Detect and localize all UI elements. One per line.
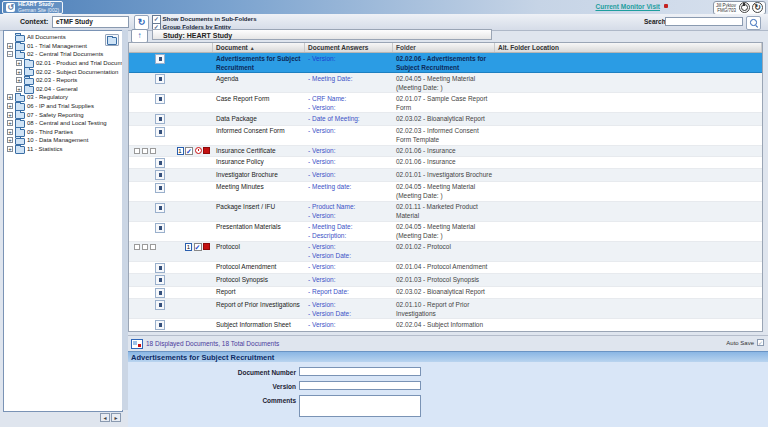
context-selector[interactable]: eTMF Study [52, 16, 129, 28]
row-action-icon[interactable] [155, 183, 165, 193]
answer-link[interactable]: - Version: [308, 275, 393, 284]
tree-item-02-04-general[interactable]: +02.04 - General [4, 85, 122, 94]
refresh-session-button[interactable]: ↻ [752, 2, 763, 13]
logout-button[interactable] [739, 2, 750, 13]
row-action-icon[interactable] [155, 288, 165, 298]
row-action-icon[interactable] [155, 170, 165, 180]
answer-link[interactable]: - Meeting Date: [308, 222, 393, 231]
answer-link[interactable]: - Date of Meeting: [308, 114, 393, 123]
row-action-icon[interactable] [155, 158, 165, 168]
tree-expand-icon[interactable]: + [7, 137, 13, 143]
answer-link[interactable]: - Version: [308, 126, 393, 135]
table-row-report[interactable]: Report- Report Date:02.03.02 - Bioanalyt… [129, 287, 762, 300]
row-expand-box-icon[interactable] [134, 148, 140, 154]
answer-link[interactable]: - Product Name: [308, 202, 393, 211]
tree-item-01-trial-management[interactable]: +01 - Trial Management [4, 42, 122, 51]
search-button[interactable] [746, 16, 761, 30]
refresh-view-button[interactable]: ↻ [134, 15, 149, 30]
table-row-presentation-materials[interactable]: Presentation Materials- Meeting Date:- D… [129, 222, 762, 242]
row-action-icon[interactable] [155, 320, 165, 330]
table-row-package-insert-ifu[interactable]: Package Insert / IFU- Product Name:- Ver… [129, 202, 762, 222]
tree-expand-icon[interactable]: + [16, 86, 22, 92]
answer-link[interactable]: - Report Date: [308, 287, 393, 296]
table-row-agenda[interactable]: Agenda- Meeting Date:02.04.05 - Meeting … [129, 73, 762, 93]
table-row-protocol-synopsis[interactable]: Protocol Synopsis- Version:02.01.03 - Pr… [129, 274, 762, 287]
tree-item-02-01-product-and-trial-documentation[interactable]: +02.01 - Product and Trial Documentation [4, 59, 122, 68]
tree-expand-icon[interactable]: + [16, 60, 22, 66]
answer-link[interactable]: - Version: [308, 320, 393, 329]
auto-save-checkbox[interactable]: ✓ [757, 339, 764, 346]
answer-link[interactable]: - Version: [308, 157, 393, 166]
table-row-data-package[interactable]: Data Package- Date of Meeting:02.03.02 -… [129, 113, 762, 126]
tree-item-10-data-management[interactable]: +10 - Data Management [4, 136, 122, 145]
answer-link[interactable]: - Version: [308, 54, 393, 63]
current-monitor-visit-link[interactable]: Current Monitor Visit [595, 3, 660, 10]
tree-expand-icon[interactable]: + [7, 146, 13, 152]
tree-item-11-statistics[interactable]: +11 - Statistics [4, 145, 122, 154]
answer-link[interactable]: - Version Date: [308, 251, 393, 260]
table-row-report-of-prior-investigations[interactable]: Report of Prior Investigations- Version:… [129, 299, 762, 319]
row-action-icon[interactable] [155, 275, 165, 285]
row-action-icon[interactable] [155, 114, 165, 124]
tree-item-06-ip-and-trial-supplies[interactable]: +06 - IP and Trial Supplies [4, 102, 122, 111]
table-row-protocol-amendment[interactable]: Protocol Amendment- Version:02.01.04 - P… [129, 262, 762, 275]
table-row-protocol[interactable]: 1✓Protocol- Version:- Version Date:02.01… [129, 242, 762, 262]
tree-item-02-central-trial-documents[interactable]: −02 - Central Trial Documents [4, 50, 122, 59]
row-action-icon[interactable] [155, 54, 165, 64]
answer-link[interactable]: - Version Date: [308, 309, 393, 318]
answer-link[interactable]: - Version: [308, 146, 393, 155]
answer-link[interactable]: - Meeting date: [308, 182, 393, 191]
answer-link[interactable]: - Version: [308, 170, 393, 179]
answer-link[interactable]: - Meeting Date: [308, 74, 393, 83]
row-action-icon[interactable] [155, 300, 165, 310]
alt-folder-column-header[interactable]: Alt. Folder Location [495, 43, 762, 52]
table-row-subject-information-sheet[interactable]: Subject Information Sheet- Version:- Ver… [129, 319, 762, 332]
folder-column-header[interactable]: Folder [393, 43, 495, 52]
row-action-icon[interactable] [155, 263, 165, 273]
tree-item-02-02-subject-documentation[interactable]: +02.02 - Subject Documentation [4, 67, 122, 76]
table-row-insurance-certificate[interactable]: 1✓Insurance Certificate- Version:02.01.0… [129, 146, 762, 157]
answer-link[interactable]: - Version: [308, 242, 393, 251]
tree-expand-icon[interactable]: − [7, 51, 13, 57]
row-action-icon[interactable] [155, 127, 165, 137]
tree-item-03-regulatory[interactable]: +03 - Regulatory [4, 93, 122, 102]
tree-expand-icon[interactable]: + [16, 77, 22, 83]
tree-item-09-third-parties[interactable]: +09 - Third Parties [4, 128, 122, 137]
row-action-icon[interactable] [155, 203, 165, 213]
tree-item-all-documents[interactable]: All Documents [4, 33, 122, 42]
table-row-case-report-form[interactable]: Case Report Form- CRF Name:- Version:02.… [129, 93, 762, 113]
tree-item-07-safety-reporting[interactable]: +07 - Safety Reporting [4, 110, 122, 119]
answer-link[interactable]: - Version: [308, 262, 393, 271]
tree-expand-icon[interactable]: + [7, 94, 13, 100]
table-row-investigator-brochure[interactable]: Investigator Brochure- Version:02.01.01 … [129, 169, 762, 182]
version-field[interactable] [299, 381, 421, 390]
tree-expand-icon[interactable]: + [7, 112, 13, 118]
folder-up-button[interactable]: ↑ [131, 29, 148, 43]
row-expand-box-icon[interactable] [134, 244, 140, 250]
expand-panel-button[interactable]: ▸ [111, 413, 121, 422]
answer-link[interactable]: - Version Date: [308, 329, 393, 333]
document-number-field[interactable] [299, 367, 421, 376]
tree-expand-icon[interactable]: + [7, 120, 13, 126]
tree-expand-icon[interactable]: + [16, 69, 22, 75]
tree-expand-icon[interactable]: + [7, 129, 13, 135]
comments-field[interactable] [299, 395, 421, 417]
row-action-icon[interactable] [155, 223, 165, 233]
answers-column-header[interactable]: Document Answers [305, 43, 393, 52]
tree-item-02-03-reports[interactable]: +02.03 - Reports [4, 76, 122, 85]
collapse-panel-button[interactable]: ◂ [100, 413, 110, 422]
search-input[interactable] [665, 17, 743, 26]
document-column-header[interactable]: Document▲ [213, 43, 305, 52]
answer-link[interactable]: - Version: [308, 211, 393, 220]
answer-link[interactable]: - Version: [308, 103, 393, 112]
row-action-icon[interactable] [155, 74, 165, 84]
answer-link[interactable]: - Version: [308, 300, 393, 309]
answer-link[interactable]: - CRF Name: [308, 94, 393, 103]
table-row-insurance-policy[interactable]: Insurance Policy- Version:02.01.06 - Ins… [129, 157, 762, 170]
table-row-meeting-minutes[interactable]: Meeting Minutes- Meeting date:02.04.05 -… [129, 182, 762, 202]
table-row-advertisements-for-subject-recruitment[interactable]: Advertisements for Subject Recruitment- … [129, 53, 762, 73]
tree-expand-icon[interactable]: + [7, 103, 13, 109]
table-row-informed-consent-form[interactable]: Informed Consent Form- Version:02.02.03 … [129, 126, 762, 146]
row-action-icon[interactable] [155, 94, 165, 104]
tree-item-08-central-and-local-testing[interactable]: +08 - Central and Local Testing [4, 119, 122, 128]
